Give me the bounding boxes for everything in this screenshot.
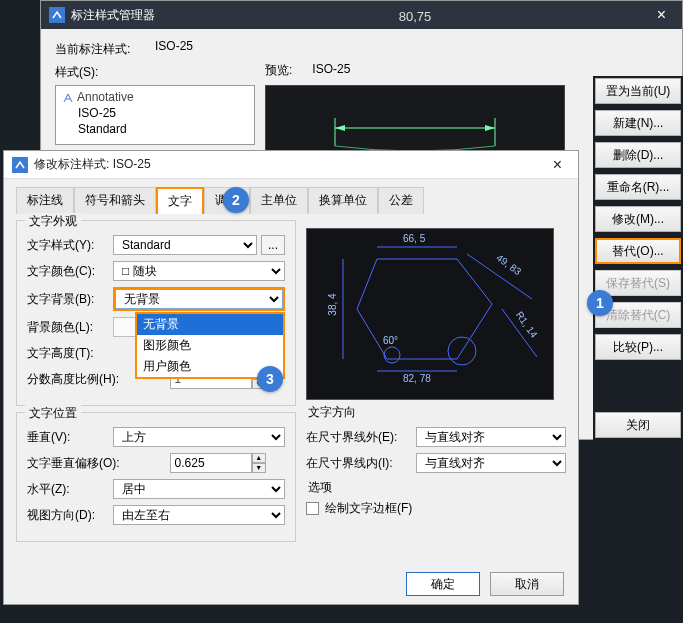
modify-close-button[interactable]: × [545, 156, 570, 174]
bg-option-none[interactable]: 无背景 [137, 314, 283, 335]
tab-text[interactable]: 文字 [156, 187, 204, 214]
badge-3: 3 [257, 366, 283, 392]
preview-dim-left: 38, 4 [327, 293, 338, 315]
current-style-label: 当前标注样式: [55, 39, 155, 58]
rename-button[interactable]: 重命名(R)... [595, 174, 681, 200]
vert-select[interactable]: 上方 [113, 427, 285, 447]
tab-primary[interactable]: 主单位 [250, 187, 308, 214]
manager-title: 标注样式管理器 [71, 7, 155, 24]
close-button[interactable]: 关闭 [595, 412, 681, 438]
offset-down-button[interactable]: ▼ [252, 463, 266, 473]
inside-label: 在尺寸界线内(I): [306, 455, 416, 472]
modify-title: 修改标注样式: ISO-25 [34, 156, 151, 173]
app-icon [12, 157, 28, 173]
preview-label: 预览: [265, 62, 292, 81]
badge-1: 1 [587, 290, 613, 316]
preview-dim-ang: 60° [383, 335, 398, 346]
text-placement-group: 文字位置 垂直(V): 上方 文字垂直偏移(O): ▲▼ 水平(Z): 居中 [16, 412, 296, 542]
text-direction-title: 文字方向 [308, 404, 566, 421]
override-button[interactable]: 替代(O)... [595, 238, 681, 264]
text-color-label: 文字颜色(C): [27, 263, 113, 280]
inside-select[interactable]: 与直线对齐 [416, 453, 566, 473]
text-style-select[interactable]: Standard [113, 235, 257, 255]
offset-up-button[interactable]: ▲ [252, 453, 266, 463]
view-dir-label: 视图方向(D): [27, 507, 113, 524]
svg-point-5 [384, 347, 400, 363]
modify-titlebar: 修改标注样式: ISO-25 × [4, 151, 578, 179]
outside-label: 在尺寸界线外(E): [306, 429, 416, 446]
compare-button[interactable]: 比较(P)... [595, 334, 681, 360]
text-style-browse-button[interactable]: ... [261, 235, 285, 255]
text-appearance-title: 文字外观 [25, 213, 81, 230]
preview-dim-top: 66, 5 [403, 233, 425, 244]
modify-tabs: 标注线 符号和箭头 文字 调整 主单位 换算单位 公差 [4, 179, 578, 214]
ok-button[interactable]: 确定 [406, 572, 480, 596]
style-item-standard[interactable]: Standard [62, 121, 248, 137]
text-appearance-group: 文字外观 文字样式(Y): Standard ... 文字颜色(C): □ 随块… [16, 220, 296, 406]
manager-close-button[interactable]: × [649, 6, 674, 24]
offset-label: 文字垂直偏移(O): [27, 455, 137, 472]
offset-input[interactable] [170, 453, 252, 473]
manager-titlebar: 标注样式管理器 × [41, 1, 682, 29]
outside-select[interactable]: 与直线对齐 [416, 427, 566, 447]
tab-lines[interactable]: 标注线 [16, 187, 74, 214]
text-color-select[interactable]: □ 随块 [113, 261, 285, 281]
tab-tol[interactable]: 公差 [378, 187, 424, 214]
preview-dim-value: 80,75 [399, 9, 432, 24]
bg-option-drawing[interactable]: 图形颜色 [137, 335, 283, 356]
draw-frame-label: 绘制文字边框(F) [325, 500, 412, 517]
draw-frame-checkbox[interactable] [306, 502, 319, 515]
tab-arrows[interactable]: 符号和箭头 [74, 187, 156, 214]
vert-label: 垂直(V): [27, 429, 113, 446]
app-icon [49, 7, 65, 23]
manager-side-buttons: 置为当前(U) 新建(N)... 删除(D)... 重命名(R)... 修改(M… [593, 76, 683, 440]
horiz-select[interactable]: 居中 [113, 479, 285, 499]
preview-dim-btm: 82, 78 [403, 373, 431, 384]
svg-marker-3 [357, 259, 492, 359]
badge-2: 2 [223, 187, 249, 213]
text-style-label: 文字样式(Y): [27, 237, 113, 254]
styles-label: 样式(S): [55, 62, 155, 81]
bg-color-label: 背景颜色(L): [27, 319, 113, 336]
tab-alt[interactable]: 换算单位 [308, 187, 378, 214]
new-button[interactable]: 新建(N)... [595, 110, 681, 136]
modify-preview-pane: 66, 5 38, 4 49, 83 R1, 14 82, 78 60° [306, 228, 554, 400]
text-bg-label: 文字背景(B): [27, 291, 113, 308]
frac-height-label: 分数高度比例(H): [27, 371, 137, 388]
current-style-value: ISO-25 [155, 39, 193, 58]
style-item-annotative[interactable]: Annotative [62, 89, 248, 105]
preview-style-value: ISO-25 [312, 62, 350, 81]
view-dir-select[interactable]: 由左至右 [113, 505, 285, 525]
style-item-iso25[interactable]: ISO-25 [62, 105, 248, 121]
text-placement-title: 文字位置 [25, 405, 81, 422]
modify-button[interactable]: 修改(M)... [595, 206, 681, 232]
set-current-button[interactable]: 置为当前(U) [595, 78, 681, 104]
cancel-button[interactable]: 取消 [490, 572, 564, 596]
delete-button[interactable]: 删除(D)... [595, 142, 681, 168]
styles-listbox[interactable]: Annotative ISO-25 Standard [55, 85, 255, 145]
text-bg-select[interactable]: 无背景 [115, 289, 283, 309]
text-height-label: 文字高度(T): [27, 345, 113, 362]
horiz-label: 水平(Z): [27, 481, 113, 498]
modify-dim-style-dialog: 修改标注样式: ISO-25 × 标注线 符号和箭头 文字 调整 主单位 换算单… [3, 150, 579, 605]
options-title: 选项 [308, 479, 566, 496]
